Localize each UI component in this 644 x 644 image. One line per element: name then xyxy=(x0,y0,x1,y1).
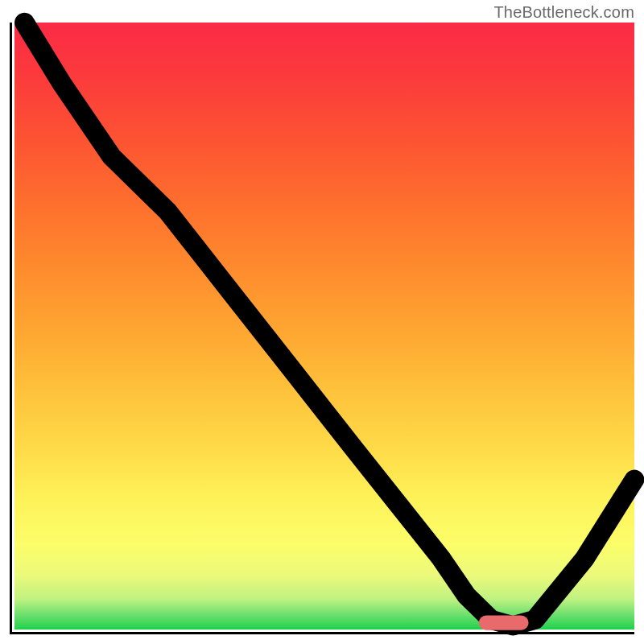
optimal-range-marker xyxy=(479,616,529,630)
plot-frame xyxy=(10,23,634,634)
bottleneck-curve-line xyxy=(24,23,634,625)
chart-canvas: TheBottleneck.com xyxy=(0,0,644,644)
bottleneck-curve-svg xyxy=(12,23,634,632)
watermark-text: TheBottleneck.com xyxy=(493,3,634,22)
